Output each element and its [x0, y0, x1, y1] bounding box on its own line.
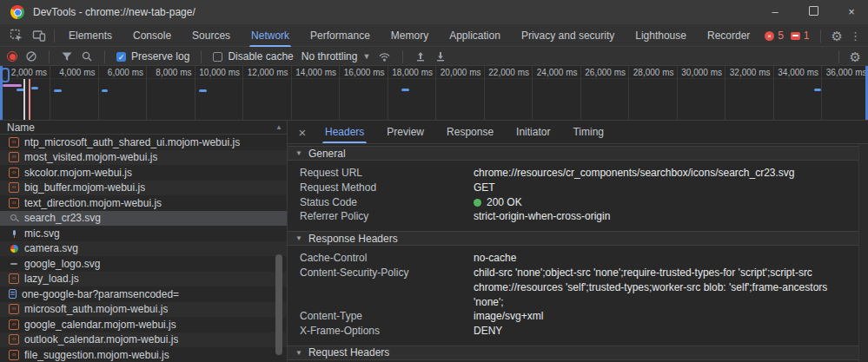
- network-conditions-icon[interactable]: [378, 50, 391, 63]
- request-row[interactable]: ‹›big_buffer.mojom-webui.js: [0, 181, 287, 196]
- timeline-tick: 32,000 ms: [726, 66, 774, 120]
- close-button[interactable]: ×: [845, 6, 858, 18]
- error-badge[interactable]: × 5: [765, 30, 784, 42]
- panel-tab-bar: ElementsConsoleSourcesNetworkPerformance…: [0, 24, 868, 47]
- header-value: strict-origin-when-cross-origin: [474, 209, 859, 224]
- name-column-header[interactable]: Name: [0, 121, 287, 135]
- device-toolbar-icon[interactable]: [28, 24, 50, 47]
- header-row: Status Code200 OK: [300, 195, 859, 210]
- header-name: Request URL: [300, 166, 474, 181]
- section-title: General: [308, 148, 346, 160]
- timeline-tick: 34,000 ms: [774, 66, 823, 120]
- load-marker: [29, 79, 30, 120]
- disable-cache-checkbox[interactable]: [213, 52, 222, 62]
- timeline-tick: 30,000 ms: [678, 66, 726, 120]
- maximize-button[interactable]: [807, 6, 819, 19]
- js-file-icon: ‹›: [9, 350, 19, 360]
- tab-elements[interactable]: Elements: [58, 24, 123, 47]
- tab-network[interactable]: Network: [241, 24, 300, 47]
- search-icon[interactable]: [81, 50, 93, 63]
- request-row[interactable]: mic.svg: [0, 226, 287, 241]
- requests-panel: Name ‹›ntp_microsoft_auth_shared_ui.mojo…: [0, 121, 288, 362]
- scrollbar-up-icon[interactable]: ▲: [275, 123, 282, 131]
- section-header[interactable]: ▼Response Headers: [288, 231, 868, 246]
- details-scrollbar-gutter[interactable]: [858, 144, 868, 362]
- title-bar: DevTools - chrome://new-tab-page/ – ×: [0, 0, 868, 24]
- import-har-icon[interactable]: [414, 50, 427, 63]
- details-tab-initiator[interactable]: Initiator: [505, 121, 561, 143]
- request-row[interactable]: ‹›most_visited.mojom-webui.js: [0, 150, 287, 166]
- issues-badge[interactable]: 1: [791, 30, 810, 42]
- tab-recorder[interactable]: Recorder: [697, 24, 760, 47]
- more-options-icon[interactable]: ⋮: [850, 30, 861, 43]
- divider: [201, 50, 202, 63]
- divider: [820, 30, 821, 43]
- tab-lighthouse[interactable]: Lighthouse: [625, 24, 697, 47]
- clear-button[interactable]: [25, 50, 37, 63]
- request-row[interactable]: ‹›lazy_load.js: [0, 272, 287, 287]
- close-icon[interactable]: ×: [291, 125, 314, 140]
- network-overview[interactable]: 2,000 ms4,000 ms6,000 ms8,000 ms10,000 m…: [0, 66, 868, 121]
- overview-left-grip[interactable]: [1, 68, 10, 82]
- disable-cache-label[interactable]: Disable cache: [228, 50, 293, 63]
- request-row[interactable]: google_logo.svg: [0, 256, 287, 272]
- section-title: Response Headers: [308, 233, 398, 245]
- minimize-button[interactable]: –: [769, 6, 781, 18]
- headers-sections: ▼GeneralRequest URLchrome://resources/cr…: [288, 144, 868, 360]
- details-tab-response[interactable]: Response: [435, 121, 505, 143]
- tab-console[interactable]: Console: [123, 24, 182, 47]
- filter-icon[interactable]: [61, 50, 73, 63]
- divider: [104, 50, 105, 63]
- timeline-tick: 6,000 ms: [99, 66, 148, 120]
- preserve-log-checkbox[interactable]: ✓: [116, 52, 126, 62]
- header-name: Referrer Policy: [300, 209, 474, 224]
- header-name: X-Frame-Options: [300, 324, 474, 339]
- timeline-tick: 10,000 ms: [195, 66, 244, 120]
- details-tab-bar: × HeadersPreviewResponseInitiatorTiming: [288, 121, 868, 144]
- request-row[interactable]: ‹›ntp_microsoft_auth_shared_ui.mojom-web…: [0, 135, 287, 150]
- mic-file-icon: [9, 228, 19, 239]
- js-file-icon: ‹›: [9, 168, 19, 178]
- request-row[interactable]: search_cr23.svg: [0, 211, 287, 227]
- header-value: child-src 'none';object-src 'none';requi…: [474, 266, 859, 309]
- timeline-tick: 26,000 ms: [581, 66, 630, 120]
- request-name: google_calendar.mojom-webui.js: [24, 319, 176, 331]
- settings-gear-icon[interactable]: ⚙: [832, 30, 843, 43]
- tab-application[interactable]: Application: [439, 24, 511, 47]
- chrome-logo-icon: [10, 5, 24, 19]
- request-row[interactable]: ‹›microsoft_auth.mojom-webui.js: [0, 302, 287, 318]
- tab-sources[interactable]: Sources: [182, 24, 241, 47]
- issues-icon: [791, 32, 800, 40]
- request-row[interactable]: ‹›skcolor.mojom-webui.js: [0, 165, 287, 181]
- header-row: Content-Security-Policychild-src 'none';…: [300, 266, 859, 309]
- details-tab-preview[interactable]: Preview: [375, 121, 435, 143]
- request-row[interactable]: ‹›google_calendar.mojom-webui.js: [0, 317, 287, 332]
- request-name: most_visited.mojom-webui.js: [24, 151, 157, 163]
- details-tab-timing[interactable]: Timing: [561, 121, 615, 143]
- section-header[interactable]: ▼General: [288, 146, 868, 161]
- request-row[interactable]: ‹›text_direction.mojom-webui.js: [0, 195, 287, 211]
- header-value: image/svg+xml: [474, 309, 859, 324]
- record-button[interactable]: [7, 51, 17, 62]
- request-row[interactable]: camera.svg: [0, 241, 287, 257]
- tab-performance[interactable]: Performance: [300, 24, 381, 47]
- export-har-icon[interactable]: [434, 50, 447, 63]
- tab-privacy-and-security[interactable]: Privacy and security: [511, 24, 625, 47]
- network-settings-gear-icon[interactable]: ⚙: [850, 50, 861, 63]
- request-row[interactable]: one-google-bar?paramsencoded=: [0, 286, 287, 302]
- tab-memory[interactable]: Memory: [381, 24, 439, 47]
- section-header[interactable]: ▼Request Headers: [288, 346, 868, 360]
- request-row[interactable]: ‹›file_suggestion.mojom-webui.js: [0, 347, 287, 362]
- request-row[interactable]: ‹›outlook_calendar.mojom-webui.js: [0, 332, 287, 348]
- header-row: Request MethodGET: [300, 181, 859, 195]
- overview-media-bar: [3, 84, 22, 87]
- inspect-element-icon[interactable]: [5, 24, 28, 47]
- throttling-select[interactable]: No throttling ▼: [301, 50, 371, 63]
- scrollbar-thumb[interactable]: [275, 254, 282, 355]
- js-file-icon: ‹›: [9, 334, 19, 345]
- section-rows: Cache-Controlno-cacheContent-Security-Po…: [288, 246, 868, 346]
- preserve-log-label[interactable]: Preserve log: [131, 50, 189, 63]
- details-tab-headers[interactable]: Headers: [314, 121, 375, 143]
- header-value: no-cache: [474, 251, 859, 266]
- overview-request-bar: [102, 89, 108, 92]
